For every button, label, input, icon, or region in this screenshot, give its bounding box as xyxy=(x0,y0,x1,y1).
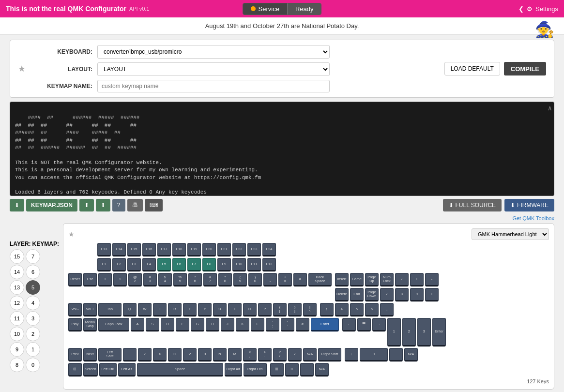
key-numslash[interactable]: / xyxy=(395,273,409,286)
key-minus[interactable]: _- xyxy=(263,273,277,286)
key-delete[interactable]: Delete xyxy=(335,288,349,302)
help-button[interactable]: ? xyxy=(112,199,125,211)
key-f[interactable]: F xyxy=(176,318,189,332)
key-f4[interactable]: F4 xyxy=(142,258,156,271)
key-right-arrow[interactable]: → xyxy=(372,318,386,332)
compile-button[interactable]: COMPILE xyxy=(504,62,546,75)
key-4[interactable]: $4 xyxy=(158,273,172,286)
theme-select[interactable]: GMK Hammerhead Light xyxy=(472,228,549,240)
key-num2[interactable]: 2 xyxy=(402,318,416,347)
key-e[interactable]: E xyxy=(153,303,167,317)
key-f21[interactable]: F21 xyxy=(217,243,231,256)
key-num3[interactable]: 3 xyxy=(417,318,431,347)
keymap-json-button[interactable]: KEYMAP.JSON xyxy=(26,199,77,211)
key-end[interactable]: End xyxy=(350,288,364,302)
favorite-icon[interactable]: ★ xyxy=(18,63,26,74)
scroll-up-icon[interactable]: ∧ xyxy=(548,104,552,114)
full-source-button[interactable]: ⬇ FULL SOURCE xyxy=(443,199,502,211)
key-space[interactable]: Space xyxy=(137,363,223,377)
key-7k[interactable]: &7 xyxy=(203,273,217,286)
key-d[interactable]: D xyxy=(161,318,174,332)
key-m[interactable]: M xyxy=(228,348,242,362)
key-win-left[interactable]: ⊞ xyxy=(68,363,82,377)
key-f13[interactable]: F13 xyxy=(97,243,111,256)
key-vol-down[interactable]: Vol - xyxy=(68,303,82,317)
key-reset[interactable]: Reset xyxy=(68,273,82,286)
layer-num-11[interactable]: 11 xyxy=(10,311,24,326)
key-f15[interactable]: F15 xyxy=(127,243,141,256)
key-menu-arrow[interactable]: ☰ xyxy=(357,318,371,332)
key-j[interactable]: J xyxy=(221,318,234,332)
key-left-ctrl[interactable]: Left Ctrl xyxy=(99,363,117,377)
key-numminus[interactable]: - xyxy=(425,273,439,286)
key-2[interactable]: @2 xyxy=(128,273,142,286)
key-numcomma[interactable]: , xyxy=(380,303,394,317)
key-f2[interactable]: F2 xyxy=(112,258,126,271)
key-a[interactable]: A xyxy=(131,318,144,332)
key-i[interactable]: I xyxy=(228,303,242,317)
key-1[interactable]: 1 xyxy=(113,273,127,286)
key-h[interactable]: H xyxy=(206,318,219,332)
firmware-button[interactable]: ⬇ FIRMWARE xyxy=(504,199,554,211)
key-f16[interactable]: F16 xyxy=(142,243,156,256)
toolbox-link[interactable]: Get QMK Toolbox xyxy=(10,215,554,221)
key-next[interactable]: Next xyxy=(83,348,97,362)
key-hash[interactable]: # xyxy=(293,273,307,286)
keyboard-select[interactable]: converter/ibmpc_usb/promicro xyxy=(97,45,330,59)
key-8k[interactable]: *8 xyxy=(218,273,232,286)
key-na3[interactable]: N/A xyxy=(315,363,329,377)
key-o[interactable]: O xyxy=(243,303,257,317)
key-semi[interactable]: :; xyxy=(266,318,279,332)
key-num1[interactable]: 1 xyxy=(387,318,401,347)
key-w[interactable]: W xyxy=(138,303,152,317)
layer-num-1[interactable]: 1 xyxy=(26,342,40,357)
key-0k[interactable]: )0 xyxy=(248,273,262,286)
layer-num-3[interactable]: 3 xyxy=(26,311,40,326)
key-numadd2[interactable]: + xyxy=(425,288,439,302)
layer-num-12[interactable]: 12 xyxy=(10,296,24,310)
key-right-shift[interactable]: Right Shift xyxy=(318,348,341,362)
key-l[interactable]: L xyxy=(251,318,264,332)
settings-button[interactable]: ❮ ⚙ Settings xyxy=(518,5,558,13)
key-f20[interactable]: F20 xyxy=(202,243,216,256)
key-f17[interactable]: F17 xyxy=(157,243,171,256)
key-na2[interactable]: N/A xyxy=(404,348,418,362)
key-left-arrow[interactable]: ← xyxy=(342,318,356,332)
key-right-ctrl[interactable]: Right Ctrl xyxy=(244,363,267,377)
key-lbracket[interactable]: {[ xyxy=(273,303,287,317)
layer-num-13[interactable]: 13 xyxy=(10,280,24,295)
layer-num-4[interactable]: 4 xyxy=(26,296,40,310)
key-numdot[interactable]: . xyxy=(389,348,403,362)
key-plus[interactable]: += xyxy=(278,273,292,286)
download-icon-button[interactable]: ⬇ xyxy=(10,199,24,211)
key-f9[interactable]: F9 xyxy=(217,258,231,271)
key-quote[interactable]: "' xyxy=(281,318,294,332)
load-default-button[interactable]: LOAD DEFAULT xyxy=(444,62,500,75)
key-esc[interactable]: Esc xyxy=(83,273,97,286)
key-t[interactable]: T xyxy=(98,273,112,286)
key-f8[interactable]: F8 xyxy=(202,258,216,271)
key-y[interactable]: Y xyxy=(198,303,212,317)
key-num8[interactable]: 8 xyxy=(395,288,409,302)
layer-num-6[interactable]: 6 xyxy=(26,265,40,279)
key-n[interactable]: N xyxy=(213,348,227,362)
key-f22[interactable]: F22 xyxy=(232,243,246,256)
keymap-name-input[interactable] xyxy=(97,80,330,92)
key-f19[interactable]: F19 xyxy=(187,243,201,256)
key-prev[interactable]: Prev xyxy=(68,348,82,362)
key-backslash[interactable]: |\ xyxy=(303,303,317,317)
key-comma[interactable]: <, xyxy=(243,348,257,362)
key-insert[interactable]: Insert xyxy=(335,273,349,286)
key-s[interactable]: S xyxy=(146,318,159,332)
key-numenter[interactable]: Enter xyxy=(432,318,446,347)
key-pageup[interactable]: PageUp xyxy=(365,273,379,286)
key-numadd1[interactable]: + xyxy=(410,273,424,286)
key-left-shift[interactable]: LeftShift xyxy=(98,348,122,362)
key-z[interactable]: Z xyxy=(138,348,152,362)
key-left-alt[interactable]: Left Alt xyxy=(118,363,136,377)
layer-num-15[interactable]: 15 xyxy=(10,249,24,264)
key-backspace[interactable]: BackSpace xyxy=(308,273,332,286)
key-capslock[interactable]: Caps Lock xyxy=(98,318,129,332)
key-5[interactable]: %5 xyxy=(173,273,187,286)
key-b[interactable]: B xyxy=(198,348,212,362)
